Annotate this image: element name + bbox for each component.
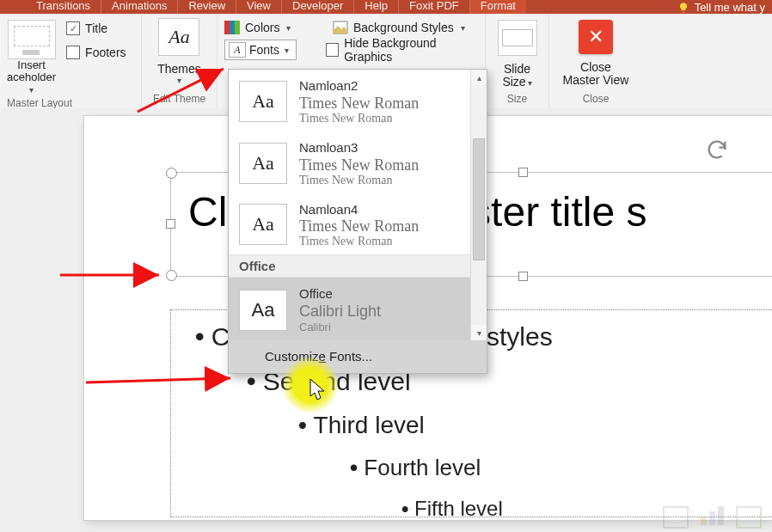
chevron-down-icon: ▾ <box>177 76 181 85</box>
background-styles-icon <box>333 21 348 34</box>
font-scheme-name: Namloan3 <box>299 140 419 156</box>
font-scheme-minor: Calibri <box>299 321 381 333</box>
insert-placeholder-button[interactable]: Insert aceholder ▾ <box>7 18 56 95</box>
group-caption: Close <box>556 90 635 108</box>
group-master-layout: Insert aceholder ▾ ✓ Title Footers Maste… <box>0 14 142 108</box>
scroll-up-button[interactable]: ▴ <box>471 70 487 85</box>
font-scheme-item-selected[interactable]: Aa Office Calibri Light Calibri <box>229 278 487 340</box>
font-scheme-name: Namloan2 <box>299 78 419 95</box>
font-scheme-minor: Times New Roman <box>299 174 419 187</box>
fonts-button[interactable]: A Fonts▾ <box>224 40 297 60</box>
checkbox-unchecked-icon <box>326 43 339 57</box>
footers-checkbox[interactable]: Footers <box>66 46 126 59</box>
group-size: Slide Size▾ Size <box>486 14 549 108</box>
font-scheme-minor: Times New Roman <box>299 113 419 125</box>
chevron-down-icon: ▾ <box>29 85 34 95</box>
list-item[interactable]: Third level <box>298 408 772 443</box>
resize-handle[interactable] <box>166 270 177 281</box>
font-scheme-major: Calibri Light <box>299 303 381 321</box>
font-scheme-major: Times New Roman <box>299 156 419 174</box>
slide-size-icon <box>498 20 537 56</box>
media-placeholder-icon <box>736 506 762 529</box>
group-caption: Size <box>493 90 542 108</box>
fonts-list[interactable]: Aa Namloan2 Times New Roman Times New Ro… <box>229 70 487 340</box>
scrollbar[interactable]: ▴ ▾ <box>470 70 487 340</box>
font-swatch-icon: Aa <box>239 143 287 184</box>
colors-button[interactable]: Colors▾ <box>224 21 328 34</box>
group-edit-theme: Aa Themes ▾ Edit Theme <box>142 14 218 108</box>
resize-handle[interactable] <box>166 168 177 179</box>
checkbox-checked-icon: ✓ <box>66 21 80 35</box>
hide-background-checkbox[interactable]: Hide Background Graphics <box>326 36 478 64</box>
font-scheme-major: Times New Roman <box>299 217 419 235</box>
font-swatch-icon: Aa <box>239 290 287 331</box>
title-tabs: Transitions Animations Review View Devel… <box>0 0 772 14</box>
checkbox-unchecked-icon <box>66 46 80 59</box>
resize-handle[interactable] <box>518 168 528 177</box>
font-scheme-name: Office <box>299 286 381 303</box>
list-item[interactable]: Fourth level <box>350 451 772 485</box>
font-scheme-name: Namloan4 <box>299 202 419 218</box>
font-swatch-icon: Aa <box>239 204 287 245</box>
themes-icon: Aa <box>158 18 199 56</box>
tab-format[interactable]: Format <box>470 0 526 14</box>
font-section-header: Office <box>229 254 487 278</box>
font-scheme-item[interactable]: Aa Namloan3 Times New Roman Times New Ro… <box>229 131 487 193</box>
view-shortcut-icons <box>663 506 762 529</box>
fonts-dropdown[interactable]: Aa Namloan2 Times New Roman Times New Ro… <box>228 69 487 374</box>
insert-placeholder-icon <box>8 20 56 59</box>
close-master-icon: ✕ <box>579 20 613 54</box>
tab-help[interactable]: Help <box>354 0 399 14</box>
fonts-icon: A <box>229 42 246 58</box>
font-scheme-major: Times New Roman <box>299 95 419 113</box>
tab-foxitpdf[interactable]: Foxit PDF <box>399 0 470 14</box>
chevron-down-icon: ▾ <box>528 78 532 88</box>
chevron-down-icon: ▾ <box>286 23 291 33</box>
chevron-down-icon: ▾ <box>285 46 289 55</box>
table-placeholder-icon <box>663 506 689 529</box>
title-checkbox[interactable]: ✓ Title <box>66 21 126 35</box>
font-scheme-minor: Times New Roman <box>299 235 419 248</box>
chevron-down-icon: ▾ <box>461 23 465 33</box>
tell-me[interactable]: Tell me what y <box>677 1 772 14</box>
font-swatch-icon: Aa <box>239 81 287 122</box>
tab-view[interactable]: View <box>236 0 282 14</box>
background-styles-button[interactable]: Background Styles▾ <box>333 21 465 34</box>
close-master-view-button[interactable]: Close Master View <box>563 61 629 88</box>
tab-review[interactable]: Review <box>178 0 236 14</box>
slide-size-button[interactable]: Slide Size▾ <box>502 63 531 89</box>
group-caption: Edit Theme <box>149 90 210 108</box>
rotate-handle-icon[interactable] <box>705 138 729 162</box>
resize-handle[interactable] <box>518 272 528 281</box>
lightbulb-icon <box>677 2 689 14</box>
scroll-thumb[interactable] <box>473 138 485 260</box>
customize-fonts-button[interactable]: Customize Fonts... <box>229 340 487 373</box>
themes-button[interactable]: Themes ▾ <box>157 63 201 85</box>
tab-animations[interactable]: Animations <box>101 0 178 14</box>
group-close: ✕ Close Master View Close <box>549 14 642 108</box>
resize-handle[interactable] <box>166 219 175 229</box>
chart-placeholder-icon <box>701 506 724 525</box>
colors-icon <box>224 21 240 34</box>
tab-transitions[interactable]: Transitions <box>26 0 101 14</box>
scroll-down-button[interactable]: ▾ <box>471 325 487 340</box>
font-scheme-item[interactable]: Aa Namloan4 Times New Roman Times New Ro… <box>229 193 487 255</box>
tab-developer[interactable]: Developer <box>282 0 354 14</box>
font-scheme-item[interactable]: Aa Namloan2 Times New Roman Times New Ro… <box>229 70 487 131</box>
